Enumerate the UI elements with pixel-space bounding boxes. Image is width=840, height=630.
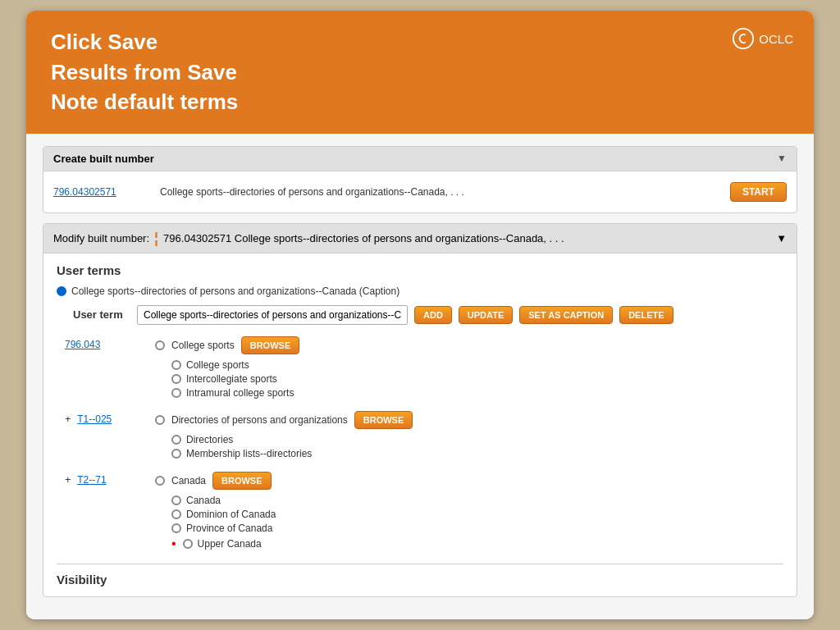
sub-radio[interactable] — [171, 388, 181, 398]
term-radio-T1025[interactable] — [155, 415, 165, 425]
main-container: Click Save Results from Save Note defaul… — [26, 11, 814, 619]
user-term-row: User term ADD UPDATE SET AS CAPTION DELE… — [73, 305, 783, 325]
oclc-logo-icon — [732, 27, 755, 50]
add-button[interactable]: ADD — [414, 306, 452, 324]
term-section-T1025: + T1--025 Directories of persons and org… — [65, 411, 783, 462]
sub-option-row: Canada — [171, 495, 783, 506]
modify-panel-number: 796.04302571 College sports--directories… — [163, 232, 564, 244]
term-browse-row-T1025: Directories of persons and organizations… — [155, 411, 783, 429]
sub-option-row: Intramural college sports — [171, 387, 783, 399]
browse-button-T1025[interactable]: BROWSE — [354, 411, 413, 429]
modify-indicator: ¦ — [154, 230, 158, 247]
built-number-link[interactable]: 796.04302571 — [53, 186, 152, 198]
sub-radio[interactable] — [171, 509, 181, 519]
term-link-T1025[interactable]: T1--025 — [77, 413, 112, 425]
sub-option-row: College sports — [171, 359, 783, 371]
modify-header-left: Modify built number: ¦ 796.04302571 Coll… — [53, 230, 564, 247]
visibility-section: Visibility — [57, 564, 783, 587]
term-browse-row-796043: College sports BROWSE — [155, 336, 783, 354]
oclc-logo: OCLC — [732, 27, 793, 50]
term-main-label-T271: Canada — [171, 475, 206, 486]
caption-row: College sports--directories of persons a… — [57, 285, 783, 297]
term-main-label-T1025: Directories of persons and organizations — [171, 414, 348, 426]
create-panel-title: Create built number — [53, 153, 154, 165]
sub-options-T1025: Directories Membership lists--directorie… — [171, 434, 783, 459]
sub-options-T271: Canada Dominion of Canada Province of Ca… — [171, 495, 783, 551]
sub-option-row: Intercollegiate sports — [171, 373, 783, 385]
user-terms-title: User terms — [57, 263, 783, 277]
browse-button-T271[interactable]: BROWSE — [212, 472, 272, 490]
start-button[interactable]: START — [730, 182, 787, 202]
term-section-left-796043: 796.043 — [65, 336, 155, 401]
red-dot-indicator: • — [171, 536, 176, 551]
term-section-right-T271: Canada BROWSE Canada Dominion — [155, 472, 783, 554]
sub-option-row: Membership lists--directories — [171, 448, 783, 459]
create-panel: Create built number ▼ 796.04302571 Colle… — [43, 146, 797, 213]
term-plus-T1025: + — [65, 413, 71, 425]
main-content: Create built number ▼ 796.04302571 Colle… — [26, 134, 814, 619]
sub-radio[interactable] — [171, 495, 181, 505]
modify-panel-prefix: Modify built number: — [53, 232, 149, 244]
create-panel-body: 796.04302571 College sports--directories… — [43, 171, 797, 212]
sub-radio[interactable] — [171, 435, 181, 445]
create-panel-header: Create built number ▼ — [43, 147, 797, 171]
svg-point-0 — [733, 29, 753, 48]
delete-button[interactable]: DELETE — [619, 306, 673, 324]
term-radio-T271[interactable] — [155, 476, 165, 486]
built-number-desc: College sports--directories of persons a… — [160, 186, 730, 198]
sub-options-796043: College sports Intercollegiate sports In… — [171, 359, 783, 399]
user-term-label: User term — [73, 308, 130, 321]
caption-text: College sports--directories of persons a… — [71, 285, 399, 297]
term-sections: 796.043 College sports BROWSE — [65, 336, 783, 554]
set-as-caption-button[interactable]: SET AS CAPTION — [519, 306, 613, 324]
term-link-T271[interactable]: T2--71 — [77, 474, 106, 486]
term-section-left-T1025: + T1--025 — [65, 411, 155, 462]
oclc-logo-text: OCLC — [759, 32, 793, 46]
built-number-row: 796.04302571 College sports--directories… — [53, 178, 787, 206]
term-browse-row-T271: Canada BROWSE — [155, 472, 783, 490]
term-plus-T271: + — [65, 473, 71, 486]
modify-panel-header: Modify built number: ¦ 796.04302571 Coll… — [43, 224, 797, 253]
modify-panel: Modify built number: ¦ 796.04302571 Coll… — [43, 223, 797, 597]
sub-radio[interactable] — [171, 523, 181, 533]
sub-radio[interactable] — [171, 360, 181, 370]
term-radio-796043[interactable] — [155, 340, 165, 350]
term-link-796043[interactable]: 796.043 — [65, 339, 100, 350]
term-section-left-T271: + T2--71 — [65, 472, 155, 554]
caption-radio[interactable] — [57, 286, 66, 296]
term-section-796043: 796.043 College sports BROWSE — [65, 336, 783, 401]
term-section-right-796043: College sports BROWSE College sports — [155, 336, 783, 401]
user-term-input[interactable] — [137, 305, 408, 325]
visibility-title: Visibility — [57, 573, 107, 587]
sub-option-row: Directories — [171, 434, 783, 445]
update-button[interactable]: UPDATE — [459, 306, 513, 324]
sub-radio[interactable] — [171, 449, 181, 459]
modify-panel-dropdown-arrow[interactable]: ▼ — [776, 232, 787, 244]
header-banner: Click Save Results from Save Note defaul… — [26, 11, 814, 133]
term-section-T271: + T2--71 Canada BROWSE — [65, 472, 783, 554]
modify-panel-body: User terms College sports--directories o… — [43, 253, 797, 596]
sub-option-row: • Upper Canada — [171, 536, 783, 551]
term-section-right-T1025: Directories of persons and organizations… — [155, 411, 783, 462]
header-title: Click Save Results from Save Note defaul… — [51, 27, 789, 116]
term-main-label-796043: College sports — [171, 340, 235, 351]
sub-option-row: Province of Canada — [171, 523, 783, 534]
browse-button-796043[interactable]: BROWSE — [241, 336, 300, 354]
create-panel-dropdown-arrow[interactable]: ▼ — [777, 153, 787, 164]
sub-option-row: Dominion of Canada — [171, 509, 783, 520]
sub-radio[interactable] — [171, 374, 181, 384]
sub-radio[interactable] — [183, 539, 193, 549]
